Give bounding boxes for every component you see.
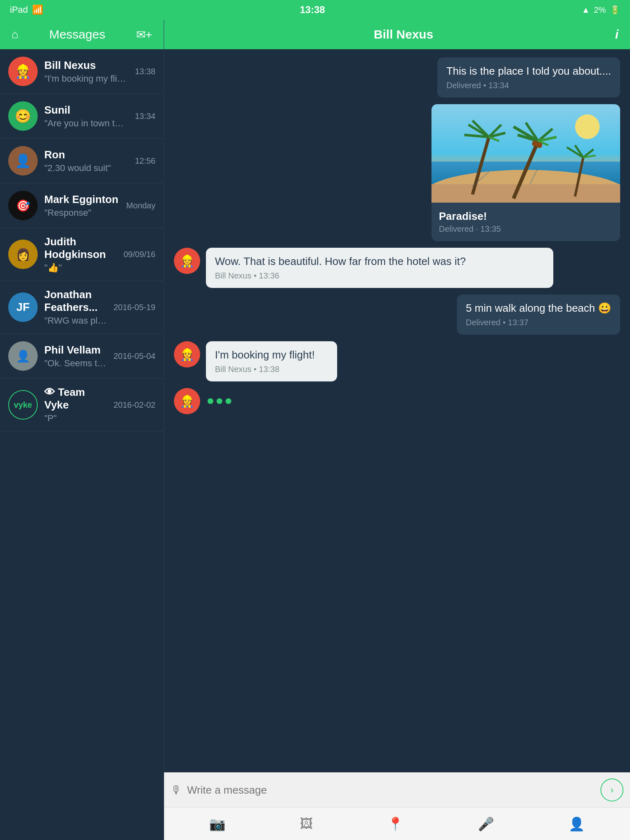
chat-info-button[interactable]: i bbox=[615, 27, 619, 41]
message-time: 09/09/16 bbox=[123, 250, 155, 259]
message-incoming-container: 👷 I'm booking my flight! Bill Nexus • 13… bbox=[174, 341, 553, 381]
list-item[interactable]: 👤 Ron "2.30 would suit" 12:56 bbox=[0, 139, 164, 183]
contact-name: 👁 Team Vyke bbox=[44, 386, 107, 411]
message-sender: Bill Nexus • 13:38 bbox=[215, 365, 328, 374]
typing-dots bbox=[206, 395, 233, 407]
avatar: 👷 bbox=[174, 248, 200, 274]
chat-title: Bill Nexus bbox=[374, 27, 433, 41]
message-preview: "Are you in town this weekend... bbox=[44, 118, 128, 129]
avatar: 😊 bbox=[8, 101, 38, 131]
messages-title: Messages bbox=[49, 27, 105, 41]
list-item[interactable]: 😊 Sunil "Are you in town this weekend...… bbox=[0, 94, 164, 139]
chat-panel: Bill Nexus i This is the place I told yo… bbox=[164, 20, 630, 840]
camera-icon[interactable]: 📷 bbox=[209, 816, 226, 832]
message-preview: "2.30 would suit" bbox=[44, 163, 128, 173]
message-sender: Bill Nexus • 13:36 bbox=[215, 271, 544, 281]
home-icon[interactable]: ⌂ bbox=[11, 28, 18, 41]
message-bubble-outgoing: 5 min walk along the beach 😀 Delivered •… bbox=[457, 294, 620, 335]
caption-status: Delivered · 13:35 bbox=[439, 224, 613, 239]
microphone-icon[interactable]: 🎤 bbox=[478, 816, 494, 832]
message-preview: "Response" bbox=[44, 208, 120, 218]
main-layout: ⌂ Messages ✉+ 👷 Bill Nexus "I'm booking … bbox=[0, 20, 630, 840]
avatar: 👷 bbox=[8, 57, 38, 86]
message-status: Delivered • 13:34 bbox=[446, 81, 611, 90]
message-image-bubble: Paradise! Delivered · 13:35 bbox=[431, 104, 620, 241]
typing-dot bbox=[208, 398, 213, 404]
contact-name: Mark Egginton bbox=[44, 193, 120, 206]
signal-icon: ▲ bbox=[582, 5, 590, 15]
contact-name: Jonathan Feathers... bbox=[44, 288, 107, 314]
location-icon[interactable]: 📍 bbox=[387, 816, 404, 832]
message-info: 👁 Team Vyke "P" bbox=[44, 386, 107, 424]
list-item[interactable]: 👤 Phil Vellam "Ok. Seems to go to slee..… bbox=[0, 334, 164, 379]
message-info: Ron "2.30 would suit" bbox=[44, 148, 128, 173]
message-info: Jonathan Feathers... "RWG was planned fo… bbox=[44, 288, 107, 326]
list-item[interactable]: JF Jonathan Feathers... "RWG was planned… bbox=[0, 281, 164, 334]
chat-header: Bill Nexus i bbox=[164, 20, 630, 49]
ipad-label: iPad bbox=[10, 5, 28, 15]
message-text: Wow. That is beautiful. How far from the… bbox=[215, 255, 544, 268]
message-preview: "👍" bbox=[44, 262, 117, 273]
avatar: vyke bbox=[8, 390, 38, 420]
message-bubble-incoming: Wow. That is beautiful. How far from the… bbox=[206, 248, 553, 288]
message-preview: "Ok. Seems to go to slee... bbox=[44, 358, 107, 369]
caption-text: Paradise! bbox=[439, 210, 613, 223]
list-item[interactable]: 🎯 Mark Egginton "Response" Monday bbox=[0, 183, 164, 228]
send-button[interactable]: › bbox=[600, 778, 623, 801]
contact-name: Sunil bbox=[44, 104, 128, 116]
battery-label: 2% bbox=[594, 5, 606, 15]
message-time: 13:38 bbox=[135, 67, 155, 76]
message-input-area: 🎙 › bbox=[164, 772, 630, 807]
voice-icon[interactable]: 🎙 bbox=[171, 783, 182, 797]
compose-icon[interactable]: ✉+ bbox=[136, 28, 152, 41]
status-time: 13:38 bbox=[300, 4, 325, 16]
messages-panel: ⌂ Messages ✉+ 👷 Bill Nexus "I'm booking … bbox=[0, 20, 164, 840]
avatar: 🎯 bbox=[8, 191, 38, 220]
contact-name: Phil Vellam bbox=[44, 344, 107, 356]
avatar: 👤 bbox=[8, 341, 38, 371]
svg-rect-4 bbox=[431, 184, 620, 203]
image-message: Paradise! Delivered · 13:35 bbox=[431, 104, 620, 241]
image-caption: Paradise! Delivered · 13:35 bbox=[431, 204, 620, 241]
battery-icon: 🔋 bbox=[610, 5, 620, 15]
message-time: 2016-02-02 bbox=[114, 400, 155, 410]
message-input[interactable] bbox=[187, 784, 596, 797]
beach-image bbox=[431, 104, 620, 203]
status-right: ▲ 2% 🔋 bbox=[582, 5, 620, 15]
message-time: 2016-05-04 bbox=[114, 352, 155, 361]
avatar: JF bbox=[8, 292, 38, 322]
message-list: 👷 Bill Nexus "I'm booking my flight!" 13… bbox=[0, 49, 164, 840]
svg-point-1 bbox=[575, 114, 600, 139]
message-incoming-container: 👷 Wow. That is beautiful. How far from t… bbox=[174, 248, 553, 288]
contact-name: Ron bbox=[44, 148, 128, 161]
wifi-icon: 📶 bbox=[32, 5, 43, 15]
message-bubble-outgoing: This is the place I told you about.... D… bbox=[437, 57, 620, 98]
status-left: iPad 📶 bbox=[10, 5, 43, 15]
message-bubble-incoming: I'm booking my flight! Bill Nexus • 13:3… bbox=[206, 341, 337, 381]
avatar: 👷 bbox=[174, 341, 200, 368]
contact-icon[interactable]: 👤 bbox=[568, 816, 585, 832]
message-time: 13:34 bbox=[135, 112, 155, 121]
message-time: 2016-05-19 bbox=[114, 303, 155, 312]
message-text: 5 min walk along the beach 😀 bbox=[466, 302, 611, 315]
typing-dot bbox=[217, 398, 222, 404]
avatar: 👤 bbox=[8, 146, 38, 176]
photo-library-icon[interactable]: 🖼 bbox=[300, 816, 313, 831]
message-time: Monday bbox=[126, 201, 155, 210]
message-text: This is the place I told you about.... bbox=[446, 65, 611, 78]
contact-name: Bill Nexus bbox=[44, 59, 128, 72]
message-preview: "P" bbox=[44, 413, 107, 424]
message-status: Delivered • 13:37 bbox=[466, 318, 611, 327]
contact-name: Judith Hodgkinson bbox=[44, 235, 117, 261]
list-item[interactable]: vyke 👁 Team Vyke "P" 2016-02-02 bbox=[0, 379, 164, 431]
message-text: I'm booking my flight! bbox=[215, 349, 328, 361]
list-item[interactable]: 👷 Bill Nexus "I'm booking my flight!" 13… bbox=[0, 49, 164, 94]
message-preview: "I'm booking my flight!" bbox=[44, 73, 128, 84]
avatar: 👩 bbox=[8, 240, 38, 269]
avatar: 👷 bbox=[174, 388, 200, 414]
message-info: Mark Egginton "Response" bbox=[44, 193, 120, 218]
message-info: Sunil "Are you in town this weekend... bbox=[44, 104, 128, 129]
message-time: 12:56 bbox=[135, 156, 155, 166]
list-item[interactable]: 👩 Judith Hodgkinson "👍" 09/09/16 bbox=[0, 228, 164, 281]
chat-messages: This is the place I told you about.... D… bbox=[164, 49, 630, 772]
